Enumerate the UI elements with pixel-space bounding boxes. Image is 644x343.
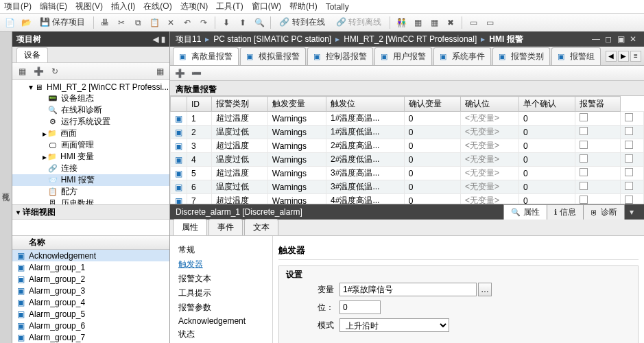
device-tab[interactable]: 设备	[16, 47, 48, 62]
properties-top-tab[interactable]: ⛨诊断	[583, 204, 625, 220]
column-header[interactable]: 确认位	[461, 97, 519, 112]
menu-item[interactable]: 帮助(H)	[289, 1, 318, 12]
detail-view-header[interactable]: ▾详细视图	[12, 204, 169, 220]
tab-nav-menu-icon[interactable]: ≡	[630, 51, 641, 62]
tree-item[interactable]: 🖵画面管理	[12, 139, 169, 151]
compare-icon[interactable]: ▦	[411, 16, 425, 29]
table-row[interactable]: ▣6温度过低Warnings3#温度低温...0<无变量>0	[171, 180, 644, 194]
maximize-window-icon[interactable]: ▣	[615, 34, 626, 44]
table-row[interactable]: ▣1超过温度Warnings1#温度高温...0<无变量>0	[171, 112, 644, 126]
tree-item[interactable]: ▸ 📁画面	[12, 128, 169, 139]
column-header[interactable]: ID	[187, 97, 212, 112]
tree-item[interactable]: 📋配方	[12, 186, 169, 198]
paste-icon[interactable]: 📋	[147, 16, 161, 29]
breadcrumb-item[interactable]: HMI_RT_2 [WinCC RT Professional]	[344, 34, 477, 44]
menu-item[interactable]: 选项(N)	[180, 1, 208, 12]
alarm-tab[interactable]: ▣离散量报警	[173, 47, 239, 65]
alarm-tab[interactable]: ▣模拟量报警	[240, 47, 306, 65]
collapse-icon[interactable]: ◀	[153, 35, 158, 44]
tool-icon[interactable]: 👫	[394, 16, 408, 29]
menu-item[interactable]: 项目(P)	[4, 1, 32, 12]
undo-icon[interactable]: ↶	[180, 16, 194, 29]
delete-row-icon[interactable]: ➖	[189, 67, 203, 80]
save-project-button[interactable]: 💾 保存项目	[36, 16, 89, 28]
breadcrumb-item[interactable]: HMI 报警	[489, 34, 523, 45]
copy-icon[interactable]: ⧉	[131, 16, 145, 29]
mode-select[interactable]: 上升沿时	[339, 318, 449, 332]
minimize-window-icon[interactable]: —	[591, 34, 601, 44]
alarm-tab[interactable]: ▣用户报警	[374, 47, 432, 65]
properties-nav-item[interactable]: 状态	[173, 327, 270, 342]
properties-nav-item[interactable]: 报警文本	[173, 272, 270, 286]
menu-item[interactable]: 视图(V)	[75, 1, 103, 12]
restore-window-icon[interactable]: ◻	[603, 34, 614, 44]
column-header[interactable]: 单个确认	[518, 97, 575, 112]
search-icon[interactable]: 🔍	[252, 16, 266, 29]
tree-item[interactable]: 🔗连接	[12, 163, 169, 174]
table-row[interactable]: ▣3超过温度Warnings2#温度高温...0<无变量>0	[171, 139, 644, 153]
properties-nav-item[interactable]: 工具提示	[173, 286, 270, 300]
sidebar-collapse-tab[interactable]: 可视化	[0, 32, 12, 343]
column-header[interactable]	[171, 97, 187, 112]
column-header[interactable]: 报警类别	[211, 97, 267, 112]
upload-icon[interactable]: ⬆	[236, 16, 250, 29]
tree-root[interactable]: ▾ 🖥HMI_RT_2 [WinCC RT Professi...	[12, 81, 169, 93]
properties-subtab[interactable]: 文本	[244, 219, 278, 235]
project-tree[interactable]: ▾ 🖥HMI_RT_2 [WinCC RT Professi... 📟设备组态 …	[12, 80, 169, 204]
breadcrumb-item[interactable]: PC station [SIMATIC PC station]	[213, 34, 331, 44]
tree-settings-icon[interactable]: ▦	[153, 64, 167, 78]
detail-list-item[interactable]: ▣Acknowledgement	[12, 250, 169, 261]
detail-list-item[interactable]: ▣Alarm_group_4	[12, 296, 169, 308]
properties-nav-item[interactable]: Acknowledgement	[173, 315, 270, 327]
tree-item[interactable]: 📟设备组态	[12, 93, 169, 104]
menu-item[interactable]: 插入(I)	[111, 1, 135, 12]
open-icon[interactable]: 📂	[19, 16, 33, 29]
menu-item[interactable]: 在线(O)	[143, 1, 171, 12]
go-online-button[interactable]: 🔗 转到在线	[275, 16, 329, 28]
tree-add-icon[interactable]: ➕	[32, 64, 45, 78]
detail-list-item[interactable]: ▣Alarm_group_6	[12, 320, 169, 331]
delete-icon[interactable]: ✕	[164, 16, 178, 29]
menu-item[interactable]: 工具(T)	[216, 1, 243, 12]
alarm-tab[interactable]: ▣系统事件	[433, 47, 491, 65]
table-row[interactable]: ▣5超过温度Warnings3#温度高温...0<无变量>0	[171, 167, 644, 180]
alarm-tab[interactable]: ▣控制器报警	[307, 47, 373, 65]
tab-nav-right-icon[interactable]: ▶	[618, 51, 629, 62]
tree-refresh-icon[interactable]: ↻	[48, 64, 62, 78]
properties-top-tab[interactable]: 🔍属性	[503, 204, 547, 220]
menu-item[interactable]: 编辑(E)	[40, 1, 67, 12]
redo-icon[interactable]: ↷	[197, 16, 211, 29]
alarm-tab[interactable]: ▣报警类别	[492, 47, 550, 65]
column-header[interactable]: 报警器	[575, 97, 621, 112]
props-menu-icon[interactable]: ▾	[625, 207, 639, 217]
tree-item[interactable]: 🗄历史数据	[12, 198, 169, 204]
table-row[interactable]: ▣7超过温度Warnings4#温度高温...0<无变量>0	[171, 194, 644, 205]
table-row[interactable]: ▣4温度过低Warnings2#温度低温...0<无变量>0	[171, 153, 644, 167]
new-project-icon[interactable]: 📄	[3, 16, 16, 29]
tab-nav-left-icon[interactable]: ◀	[606, 51, 617, 62]
properties-nav-item[interactable]: 触发器	[173, 257, 270, 272]
alarm-grid[interactable]: ID报警类别触发变量触发位确认变量确认位单个确认报警器▣1超过温度Warning…	[170, 96, 644, 204]
alarm-tab[interactable]: ▣报警组	[551, 47, 601, 65]
window2-icon[interactable]: ▭	[483, 16, 497, 29]
variable-input[interactable]	[339, 283, 477, 296]
close-window-icon[interactable]: ✕	[628, 34, 639, 44]
properties-nav[interactable]: 常规触发器报警文本工具提示报警参数Acknowledgement状态报警器显示抑…	[170, 236, 273, 343]
bit-input[interactable]	[339, 300, 381, 314]
tree-item[interactable]: 📨HMI 报警	[12, 174, 169, 186]
properties-top-tab[interactable]: ℹ信息	[547, 204, 584, 220]
properties-subtab[interactable]: 事件	[208, 219, 243, 235]
detail-list-item[interactable]: ▣Alarm_group_2	[12, 273, 169, 285]
window1-icon[interactable]: ▭	[466, 16, 480, 29]
properties-subtab[interactable]: 属性	[173, 219, 207, 235]
tree-expand-icon[interactable]: ▦	[15, 64, 29, 78]
breadcrumb-item[interactable]: 项目11	[176, 34, 201, 45]
tree-item[interactable]: ▸ 📁HMI 变量	[12, 151, 169, 163]
column-header[interactable]: 触发位	[326, 97, 405, 112]
print-icon[interactable]: 🖶	[98, 16, 112, 29]
tree-item[interactable]: ⚙运行系统设置	[12, 116, 169, 128]
download-icon[interactable]: ⬇	[219, 16, 233, 29]
pin-icon[interactable]: ▮	[161, 35, 165, 44]
table-row[interactable]: ▣2温度过低Warnings1#温度低温...0<无变量>0	[171, 126, 644, 139]
variable-browse-button[interactable]: …	[478, 283, 492, 296]
